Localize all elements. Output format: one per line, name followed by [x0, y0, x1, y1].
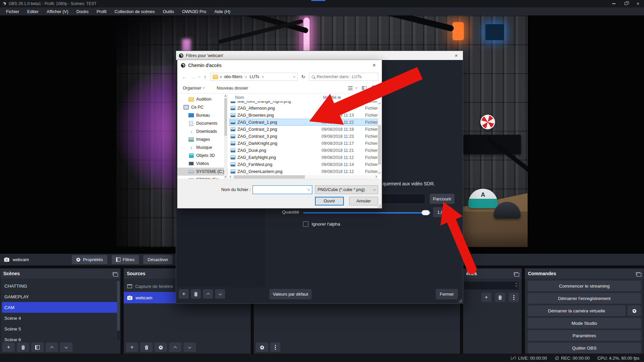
- menu-item[interactable]: Outils: [159, 8, 178, 15]
- amount-slider[interactable]: [303, 212, 431, 214]
- popout-icon[interactable]: [113, 272, 117, 275]
- open-button[interactable]: Ouvrir: [315, 197, 344, 205]
- move-scene-up-button[interactable]: [46, 343, 58, 352]
- menu-item[interactable]: Aide (H): [210, 8, 234, 15]
- address-dropdown-icon[interactable]: [293, 75, 296, 77]
- move-scene-down-button[interactable]: [60, 343, 72, 352]
- file-dialog-close-button[interactable]: ×: [367, 60, 382, 71]
- filters-dialog-titlebar[interactable]: Filtres pour 'webcam': [176, 51, 463, 60]
- menu-item[interactable]: Afficher (V): [43, 8, 72, 15]
- scene-item[interactable]: CHATTING: [0, 281, 120, 291]
- scene-item[interactable]: Scène 5: [0, 323, 120, 334]
- menu-item[interactable]: Collection de scènes: [111, 8, 159, 15]
- sidebar-item[interactable]: STOCK (F:): [177, 176, 228, 179]
- start-streaming-button[interactable]: Commencer le streaming: [528, 281, 641, 291]
- menu-item[interactable]: Editer: [23, 8, 43, 15]
- new-folder-button[interactable]: Nouveau dossier: [217, 86, 248, 90]
- scrollbar-thumb[interactable]: [224, 98, 227, 136]
- file-row[interactable]: ZAG_DarkKnight.png09/08/2018 11:17Fichie…: [229, 140, 378, 147]
- scrollbar-thumb[interactable]: [234, 175, 305, 179]
- file-row[interactable]: ZAG_Contrast_3.png09/08/2018 11:23Fichie…: [229, 133, 378, 140]
- source-properties-button[interactable]: [155, 343, 167, 352]
- address-bar[interactable]: obs-filtersLUTs: [210, 73, 298, 81]
- cancel-button[interactable]: Annuler: [349, 197, 378, 205]
- search-box[interactable]: [309, 73, 378, 81]
- breadcrumb-item[interactable]: LUTs: [249, 74, 259, 79]
- remove-scene-button[interactable]: [17, 343, 29, 352]
- restore-button[interactable]: [620, 0, 632, 7]
- breadcrumb-item[interactable]: obs-filters: [224, 74, 243, 79]
- search-input[interactable]: [317, 74, 376, 79]
- popout-icon[interactable]: [636, 272, 640, 275]
- file-row[interactable]: ZAG_Brownies.png09/08/2018 11:13Fichier: [229, 112, 378, 119]
- amount-value[interactable]: 1,000: [433, 207, 452, 217]
- popout-icon[interactable]: [514, 272, 518, 275]
- scrollbar-thumb[interactable]: [117, 281, 120, 331]
- sidebar-item[interactable]: Bureau: [177, 111, 228, 119]
- advanced-audio-button[interactable]: [256, 343, 268, 352]
- up-button[interactable]: ↑: [202, 74, 209, 80]
- sidebar-item[interactable]: Audition: [177, 95, 228, 103]
- studio-mode-button[interactable]: Mode Studio: [528, 318, 641, 328]
- spinner-arrows[interactable]: [516, 283, 517, 287]
- add-filter-button[interactable]: +: [179, 289, 189, 299]
- change-view-button[interactable]: [348, 86, 357, 90]
- scrollbar-thumb[interactable]: [378, 125, 381, 165]
- add-source-button[interactable]: +: [126, 343, 138, 352]
- close-button[interactable]: ×: [632, 0, 644, 7]
- move-source-down-button[interactable]: [183, 343, 196, 352]
- column-type[interactable]: T: [365, 94, 378, 101]
- transition-menu-button[interactable]: [509, 293, 519, 302]
- remove-filter-button[interactable]: [191, 289, 201, 299]
- filters-button[interactable]: Filtres: [112, 255, 139, 264]
- forward-button[interactable]: →: [190, 74, 197, 80]
- defaults-button[interactable]: Valeurs par défaut: [269, 289, 312, 299]
- sidebar-item[interactable]: Documents: [177, 119, 228, 127]
- start-virtualcam-button[interactable]: Démarrer la caméra virtuelle: [528, 305, 626, 316]
- start-recording-button[interactable]: Démarrer l'enregistrement: [528, 293, 641, 304]
- mixer-menu-button[interactable]: [270, 343, 280, 352]
- organize-button[interactable]: Organiser: [183, 86, 201, 90]
- file-dialog-titlebar[interactable]: Chemin d'accès: [177, 60, 382, 71]
- sidebar-scrollbar[interactable]: [224, 94, 227, 179]
- move-filter-down-button[interactable]: [215, 289, 225, 299]
- file-row[interactable]: ZAG_EarlyNight.png09/08/2018 11:12Fichie…: [229, 154, 378, 161]
- help-button[interactable]: [371, 85, 376, 90]
- file-row[interactable]: ZAG_Afternoon.pngFichier: [229, 105, 378, 112]
- virtualcam-settings-button[interactable]: [628, 305, 641, 316]
- remove-transition-button[interactable]: [495, 293, 505, 302]
- add-scene-button[interactable]: +: [2, 343, 15, 352]
- sidebar-item[interactable]: Ce PC: [177, 103, 228, 111]
- scenes-scrollbar[interactable]: [117, 280, 120, 340]
- file-list-hscrollbar[interactable]: [229, 175, 378, 179]
- add-transition-button[interactable]: +: [481, 293, 491, 302]
- column-modified[interactable]: Modifié le: [320, 94, 365, 101]
- sidebar-item[interactable]: Musique: [177, 143, 228, 152]
- scene-filters-button[interactable]: [31, 343, 44, 352]
- close-filters-button[interactable]: Fermer: [436, 289, 458, 299]
- scene-item[interactable]: Scène 4: [0, 313, 120, 323]
- filetype-dropdown[interactable]: PNG/Cube (*.cube *.png): [315, 185, 378, 194]
- filename-input[interactable]: [254, 186, 305, 193]
- ignore-alpha-checkbox[interactable]: [303, 221, 309, 227]
- remove-source-button[interactable]: [140, 343, 153, 352]
- back-button[interactable]: ←: [181, 74, 188, 80]
- scene-item[interactable]: GAMEPLAY: [0, 291, 120, 302]
- file-row[interactable]: ZAG_Dusk.png09/08/2018 11:21Fichier: [229, 147, 378, 154]
- quit-obs-button[interactable]: Quitter OBS: [528, 343, 641, 353]
- file-list-vscrollbar[interactable]: [378, 102, 381, 175]
- menu-item[interactable]: Fichier: [2, 8, 23, 15]
- sidebar-item[interactable]: Images: [177, 135, 228, 143]
- menu-item[interactable]: Docks: [72, 8, 93, 15]
- history-dropdown-icon[interactable]: [198, 75, 200, 77]
- browse-button[interactable]: Parcourir: [430, 194, 454, 204]
- resize-grip[interactable]: [458, 299, 462, 302]
- file-row[interactable]: teal_lows_orange_highs.pngFichier: [229, 101, 378, 105]
- breadcrumb-collapsed-icon[interactable]: [220, 74, 222, 79]
- file-row[interactable]: ZAG_Contrast_2.png09/08/2018 11:18Fichie…: [229, 126, 378, 133]
- move-source-up-button[interactable]: [169, 343, 181, 352]
- preview-pane-button[interactable]: [362, 86, 367, 90]
- sidebar-item[interactable]: SYSTEME (C:): [177, 168, 228, 176]
- file-row[interactable]: ZAG_Contrast_1.png09/08/2018 11:22Fichie…: [229, 119, 378, 126]
- sidebar-item[interactable]: Objets 3D: [177, 152, 228, 160]
